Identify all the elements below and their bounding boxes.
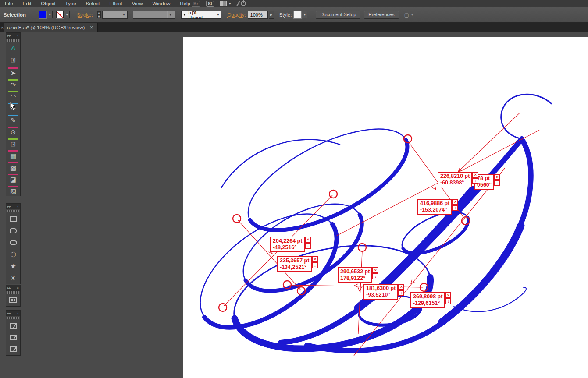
stroke-none-swatch[interactable] [56,11,64,18]
menu-item-type[interactable]: Type [61,0,81,7]
pen-tool[interactable]: ✒ [6,101,20,113]
panel-expand-icon[interactable]: ▸▸ [7,34,11,38]
panel-header[interactable]: ▸▸× [6,204,20,209]
pencil-tool[interactable]: ✎ [6,113,20,125]
measure-label: 335,3657 pt-134,2521°×↓ [277,256,318,272]
rotate-curve-tool[interactable]: ⊙ [6,125,20,137]
slice-selection-tool[interactable] [6,332,20,343]
measure-drop-button[interactable]: ↓ [472,178,478,184]
hidden-panel-close-icon[interactable]: × [0,23,4,32]
rectangle-tool[interactable] [6,213,20,225]
measure-close-button[interactable]: × [372,267,378,273]
workspace-switcher[interactable]: ▼ [220,1,232,6]
mesh-tool[interactable]: ▦ [6,148,20,160]
menu-item-object[interactable]: Object [36,0,60,7]
anchor-point-marker[interactable] [358,244,366,251]
measure-close-button[interactable]: × [472,172,478,178]
artboard-canvas[interactable]: 78 pt0560°×↓226,8210 pt-60,8398°×↓416,98… [183,37,588,378]
stroke-weight-combo[interactable]: ▼ [102,11,128,19]
panel-expand-icon[interactable]: ▸▸ [7,286,11,290]
ellipse-tool[interactable] [6,237,20,248]
panel-header[interactable]: ▸▸× [6,285,20,291]
isolate-object-icon[interactable]: ▢▼ [404,12,414,18]
stipple-brush-tool[interactable]: ▩ [6,160,20,172]
opacity-input[interactable]: 100% [248,11,268,19]
stock-badge[interactable]: St [206,1,214,7]
measure-drop-button[interactable]: ↓ [494,180,500,186]
fill-dropdown-arrow-icon[interactable]: ▼ [47,11,53,18]
slice-tool[interactable] [6,320,20,332]
panel-close-icon[interactable]: × [17,286,19,290]
anchor-point-marker[interactable] [329,190,337,198]
artboard-tool[interactable] [6,294,20,306]
lasso-selection-tool[interactable]: ➤ [6,66,20,78]
measure-close-button[interactable]: × [445,292,451,298]
stroke-panel-link[interactable]: Stroke: [77,12,93,18]
cs-live-button[interactable] [238,1,246,6]
menu-item-select[interactable]: Select [81,0,105,7]
bridge-badge[interactable]: Br [192,1,200,7]
curvature-tool[interactable]: ↷ [6,78,20,89]
panel-expand-icon[interactable]: ▸▸ [7,205,11,208]
measure-drop-button[interactable]: ↓ [452,205,458,211]
perspective-grid-tool[interactable]: ⊞ [6,54,20,66]
star-tool[interactable]: ★ [6,260,20,272]
measure-drop-button[interactable]: ↓ [305,243,311,249]
measure-drop-button[interactable]: ↓ [372,273,378,279]
opacity-expand-icon[interactable]: ▶ [269,11,274,19]
stroke-dropdown-arrow-icon[interactable]: ▼ [64,11,70,18]
flare-tool[interactable]: ☀ [6,272,20,284]
slice-group-tool[interactable] [6,343,20,355]
stroke-color-control[interactable]: ▼ [56,11,70,18]
brush-definition-combo[interactable]: ● 5 pt. Round ▼ [181,11,221,19]
panel-close-icon[interactable]: × [17,311,19,315]
measure-close-button[interactable]: × [452,199,458,205]
measure-close-button[interactable]: × [312,256,318,262]
preferences-button[interactable]: Preferences [364,11,399,19]
document-setup-button[interactable]: Document Setup [316,11,360,19]
free-transform-tool[interactable]: ⊡ [6,137,20,148]
panel-grip[interactable] [7,210,19,212]
arc-tool[interactable]: ◠ [6,89,20,101]
variable-width-profile-combo[interactable]: ▼ [133,11,175,19]
menu-item-window[interactable]: Window [147,0,175,7]
menu-item-edit[interactable]: Edit [18,0,36,7]
panel-grip[interactable] [7,39,19,42]
measure-close-button[interactable]: × [494,174,500,180]
panel-grip[interactable] [7,291,19,294]
hatch-tool[interactable]: ▨ [6,184,20,196]
stepper-down-icon[interactable]: ▼ [97,15,101,18]
polygon-tool[interactable]: ⬡ [6,248,20,260]
tab-close-icon[interactable]: × [90,25,93,31]
graphic-style-control[interactable]: ▼ [294,11,307,18]
fill-swatch[interactable] [39,11,46,18]
menu-item-file[interactable]: File [0,0,18,7]
measure-close-button[interactable]: × [398,284,404,290]
anchor-point-marker[interactable] [219,304,227,311]
measure-close-button[interactable]: × [305,237,311,243]
anchor-point-marker[interactable] [233,215,241,223]
panel-expand-icon[interactable]: ▸▸ [7,311,11,315]
measure-drop-button[interactable]: ↓ [398,290,404,296]
stepper-up-icon[interactable]: ▲ [97,11,101,15]
menu-item-view[interactable]: View [127,0,148,7]
style-dropdown-arrow-icon[interactable]: ▼ [302,11,307,18]
document-tab[interactable]: гачи B.ai* @ 108% (RGB/Preview) × [4,23,98,32]
opacity-panel-link[interactable]: Opacity: [227,12,246,18]
measure-length-value: 369,8098 pt [413,293,442,300]
touch-type-tool[interactable]: A [6,42,20,54]
stroke-weight-stepper[interactable]: ▲ ▼ [96,11,102,18]
rounded-rectangle-tool[interactable] [6,225,20,237]
panel-header[interactable]: ▸▸× [6,33,20,39]
measure-drop-button[interactable]: ↓ [445,298,451,304]
menu-item-effect[interactable]: Effect [105,0,127,7]
eraser-tool[interactable]: ◪ [6,172,20,184]
panel-grip[interactable] [7,317,19,319]
tool-group-color-bar [8,91,18,92]
panel-header[interactable]: ▸▸× [6,311,20,316]
panel-close-icon[interactable]: × [17,34,19,38]
fill-color-control[interactable]: ▼ [39,11,53,18]
measure-drop-button[interactable]: ↓ [312,262,318,268]
style-swatch[interactable] [294,11,301,18]
panel-close-icon[interactable]: × [17,205,19,208]
